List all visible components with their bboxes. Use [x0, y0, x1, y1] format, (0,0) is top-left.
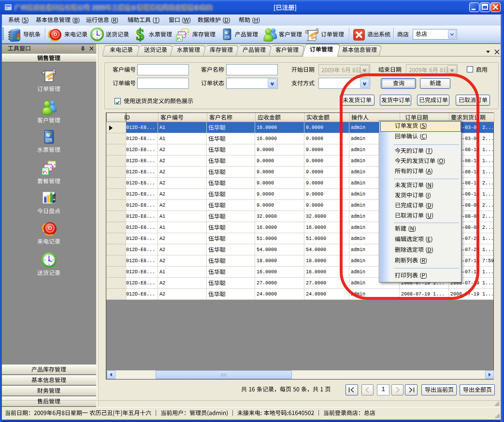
svg-text:$: $ — [136, 27, 144, 42]
